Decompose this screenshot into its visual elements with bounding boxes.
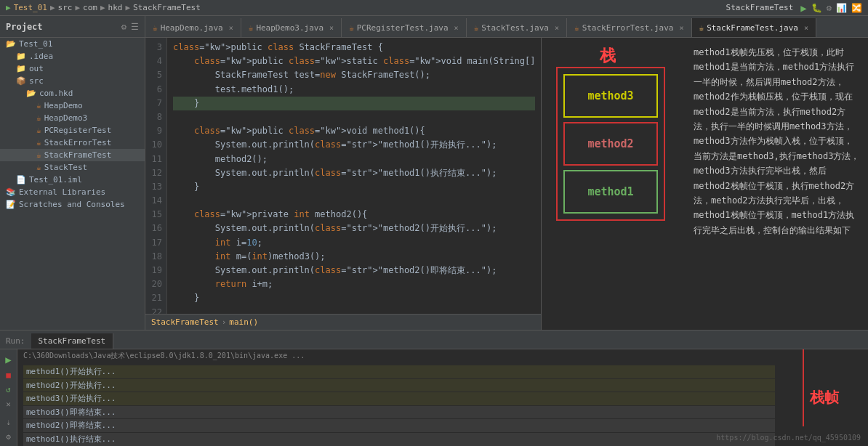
console-line: method2()即将结束... bbox=[23, 419, 775, 432]
sidebar-item-Test_01[interactable]: 📂 Test_01 bbox=[0, 38, 145, 50]
sidebar-item-Test_01.iml[interactable]: 📄 Test_01.iml bbox=[0, 174, 145, 186]
tree-icon-folder: 📂 bbox=[26, 89, 36, 98]
sidebar-item-External-Libraries[interactable]: 📚 External Libraries bbox=[0, 186, 145, 198]
code-line bbox=[173, 306, 535, 314]
code-editor[interactable]: 3456789101112131415161718192021222324252… bbox=[145, 38, 541, 314]
run-label: Run: bbox=[0, 333, 31, 349]
console-scroll-btn[interactable]: ⇣ bbox=[2, 415, 15, 429]
file-tab-StackFrameTest-java[interactable]: ☕StackFrameTest.java× bbox=[692, 18, 817, 37]
tree-icon-java: ☕ bbox=[36, 138, 41, 147]
file-tab-label: HeapDemo3.java bbox=[256, 23, 324, 33]
stack-frame-arrow-line bbox=[803, 349, 804, 426]
console-tab[interactable]: StackFrameTest bbox=[31, 333, 114, 349]
console-line: method2()开始执行... bbox=[23, 379, 775, 392]
method1-box: method1 bbox=[563, 170, 658, 214]
method3-box: method3 bbox=[563, 74, 658, 118]
sidebar-item-.idea[interactable]: 📁 .idea bbox=[0, 50, 145, 62]
toolbar-row: Project ⚙ ☰ ☕HeapDemo.java×☕HeapDemo3.ja… bbox=[0, 16, 868, 38]
editor-right-container: 3456789101112131415161718192021222324252… bbox=[145, 38, 868, 330]
line-numbers: 3456789101112131415161718192021222324252… bbox=[145, 38, 167, 314]
java-file-icon: ☕ bbox=[699, 23, 704, 33]
tree-item-label: HeapDemo3 bbox=[44, 113, 88, 123]
code-line: test.method1(); bbox=[173, 83, 535, 97]
tree-item-label: PCRegisterTest bbox=[44, 126, 112, 135]
file-tab-close[interactable]: × bbox=[679, 24, 683, 32]
code-line: System.out.println(class="str">"method1(… bbox=[173, 166, 535, 180]
sidebar-item-out[interactable]: 📁 out bbox=[0, 62, 145, 75]
breadcrumb-method[interactable]: main() bbox=[229, 317, 258, 327]
sidebar-item-StackTest[interactable]: ☕ StackTest bbox=[0, 161, 145, 174]
tree-icon-java: ☕ bbox=[36, 113, 41, 123]
sidebar-settings-icon[interactable]: ⚙ bbox=[121, 22, 126, 32]
method2-box: method2 bbox=[563, 122, 658, 166]
build-icon[interactable]: ⚙ bbox=[827, 3, 832, 13]
code-line: return i+m; bbox=[173, 277, 535, 291]
tree-item-label: out bbox=[29, 64, 44, 73]
tree-item-label: .idea bbox=[29, 52, 53, 61]
file-tab-HeapDemo-java[interactable]: ☕HeapDemo.java× bbox=[145, 18, 241, 37]
sidebar-item-HeapDemo3[interactable]: ☕ HeapDemo3 bbox=[0, 112, 145, 124]
tree-icon-java: ☕ bbox=[36, 163, 41, 172]
title-tab-project[interactable]: ▶ bbox=[6, 3, 11, 12]
tree-icon-folder: 📁 bbox=[16, 52, 26, 61]
vcs-icon[interactable]: 🔀 bbox=[851, 3, 862, 13]
file-tab-label: PCRegisterTest.java bbox=[357, 23, 449, 33]
line-number: 16 bbox=[145, 222, 162, 235]
tree-icon-folder: 📂 bbox=[6, 39, 16, 49]
sidebar-item-StackErrorTest[interactable]: ☕ StackErrorTest bbox=[0, 137, 145, 149]
sidebar-layout-icon[interactable]: ☰ bbox=[131, 22, 139, 32]
line-number: 6 bbox=[145, 83, 162, 97]
sidebar-title: Project bbox=[6, 22, 43, 32]
code-line: StackFrameTest test=new StackFrameTest()… bbox=[173, 68, 535, 82]
tree-icon-java: ☕ bbox=[36, 126, 41, 135]
run-icon[interactable]: ▶ bbox=[800, 2, 806, 14]
console-settings-btn[interactable]: ⚙ bbox=[2, 430, 15, 443]
console-line: method3()即将结束... bbox=[23, 406, 775, 419]
description-text: method1栈帧先压栈，位于栈顶，此时method1是当前方法，method1… bbox=[694, 45, 861, 238]
sidebar-item-HeapDemo[interactable]: ☕ HeapDemo bbox=[0, 100, 145, 112]
file-tab-close[interactable]: × bbox=[329, 24, 334, 32]
line-number: 15 bbox=[145, 208, 162, 222]
file-tab-close[interactable]: × bbox=[229, 24, 233, 32]
title-tab-1: Test_01 bbox=[14, 3, 47, 12]
sidebar-item-PCRegisterTest[interactable]: ☕ PCRegisterTest bbox=[0, 124, 145, 137]
tree-item-label: StackTest bbox=[44, 163, 88, 172]
file-tab-close[interactable]: × bbox=[555, 24, 559, 32]
code-line bbox=[173, 194, 535, 208]
tree-item-label: HeapDemo bbox=[44, 101, 83, 110]
title-tab-3: com bbox=[83, 3, 97, 12]
title-bar-right: StackFrameTest ▶ 🐛 ⚙ 📊 🔀 bbox=[726, 2, 862, 14]
sidebar-item-Scratches-and-Consoles[interactable]: 📝 Scratches and Consoles bbox=[0, 198, 145, 211]
console-run-btn[interactable]: ▶ bbox=[1, 352, 16, 367]
code-line: class="kw">public class="kw">void method… bbox=[173, 124, 535, 138]
line-number: 3 bbox=[145, 41, 162, 54]
line-number: 9 bbox=[145, 124, 162, 138]
file-tab-StackTest-java[interactable]: ☕StackTest.java× bbox=[467, 18, 567, 37]
code-content[interactable]: class="kw">public class StackFrameTest {… bbox=[167, 38, 541, 314]
file-tab-close[interactable]: × bbox=[804, 24, 808, 32]
line-number: 4 bbox=[145, 54, 162, 68]
tree-item-label: StackFrameTest bbox=[44, 150, 112, 160]
file-tab-HeapDemo3-java[interactable]: ☕HeapDemo3.java× bbox=[241, 18, 342, 37]
debug-icon[interactable]: 🐛 bbox=[811, 3, 822, 13]
right-panel: 栈 method3 method2 method1 method1栈帧先压栈，位… bbox=[541, 38, 868, 330]
title-tabs: ▶ Test_01 ▶ src ▶ com ▶ hkd ▶ StackFrame… bbox=[6, 3, 201, 12]
console-stop-btn[interactable]: ■ bbox=[2, 368, 15, 381]
file-tabs-bar: ☕HeapDemo.java×☕HeapDemo3.java×☕PCRegist… bbox=[145, 16, 868, 38]
file-tab-close[interactable]: × bbox=[454, 24, 459, 32]
profile-icon[interactable]: 📊 bbox=[836, 3, 847, 13]
sidebar-item-com.hkd[interactable]: 📂 com.hkd bbox=[0, 87, 145, 100]
stack-frame-label: 栈帧 bbox=[810, 388, 839, 408]
file-tab-PCRegisterTest-java[interactable]: ☕PCRegisterTest.java× bbox=[342, 18, 467, 37]
console-rerun-btn[interactable]: ↺ bbox=[2, 383, 15, 396]
line-number: 7 bbox=[145, 97, 162, 110]
console-close-btn[interactable]: ✕ bbox=[2, 397, 15, 410]
stack-title: 栈 bbox=[600, 45, 616, 67]
file-tab-StackErrorTest-java[interactable]: ☕StackErrorTest.java× bbox=[567, 18, 692, 37]
java-file-icon: ☕ bbox=[349, 23, 354, 33]
sidebar: 📂 Test_01📁 .idea📁 out📦 src📂 com.hkd☕ Hea… bbox=[0, 38, 145, 330]
breadcrumb-bar: StackFrameTest › main() bbox=[145, 314, 541, 330]
sidebar-item-src[interactable]: 📦 src bbox=[0, 75, 145, 87]
breadcrumb-class[interactable]: StackFrameTest bbox=[151, 317, 219, 327]
sidebar-item-StackFrameTest[interactable]: ☕ StackFrameTest bbox=[0, 149, 145, 161]
